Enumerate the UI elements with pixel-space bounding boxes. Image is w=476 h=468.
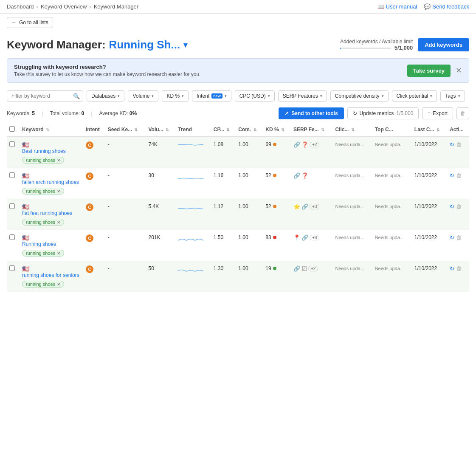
delete-row-button[interactable]: 🗑	[456, 172, 462, 179]
breadcrumb-keyword-overview[interactable]: Keyword Overview	[41, 3, 87, 10]
breadcrumb-keyword-manager: Keyword Manager	[94, 3, 139, 10]
col-clic[interactable]: Clic... ⇅	[332, 123, 372, 137]
keyword-cell: 🇺🇸 running shoes for seniors running sho…	[20, 261, 83, 292]
link-icon: 🔗	[293, 141, 300, 148]
keyword-link[interactable]: Best running shoes	[22, 148, 81, 154]
serp-plus-badge: +8	[310, 235, 319, 240]
table-row: 🇺🇸 running shoes for seniors running sho…	[7, 261, 469, 292]
keyword-link[interactable]: running shoes for seniors	[22, 272, 81, 278]
keyword-link[interactable]: Running shoes	[22, 241, 81, 247]
seed-cell: -	[105, 199, 146, 230]
col-last-c[interactable]: Last C... ⇅	[412, 123, 447, 137]
row-checkbox[interactable]	[9, 172, 15, 178]
take-survey-button[interactable]: Take survey	[407, 65, 451, 77]
col-seed[interactable]: Seed Ke... ⇅	[105, 123, 146, 137]
row-checkbox[interactable]	[9, 203, 15, 209]
keyword-link[interactable]: flat feet running shoes	[22, 210, 81, 216]
col-volume[interactable]: Volu... ⇅	[146, 123, 175, 137]
databases-dropdown[interactable]: Databases ▾	[87, 90, 124, 101]
col-com[interactable]: Com. ⇅	[236, 123, 263, 137]
intent-badge: C	[86, 141, 93, 149]
cpc-cell: 1.50	[211, 230, 236, 261]
seed-cell: -	[105, 230, 146, 261]
intent-badge: C	[86, 203, 93, 211]
top-nav: Dashboard › Keyword Overview › Keyword M…	[0, 0, 476, 14]
delete-row-button[interactable]: 🗑	[456, 203, 462, 210]
cpc-dropdown[interactable]: CPC (USD) ▾	[235, 90, 275, 101]
send-feedback-link[interactable]: 💬 Send feedback	[424, 3, 469, 10]
keywords-limit: Added keywords / Available limit 5/1,000	[340, 39, 413, 51]
breadcrumb: Dashboard › Keyword Overview › Keyword M…	[7, 3, 138, 10]
delete-row-button[interactable]: 🗑	[456, 234, 462, 241]
row-checkbox[interactable]	[9, 141, 15, 147]
refresh-row-button[interactable]: ↻	[450, 172, 454, 179]
tag-remove-icon[interactable]: ✕	[57, 220, 60, 225]
dropdown-chevron-icon[interactable]: ▾	[183, 40, 187, 50]
user-manual-link[interactable]: 📖 User manual	[377, 3, 417, 10]
trend-cell	[175, 137, 211, 168]
breadcrumb-dashboard[interactable]: Dashboard	[7, 3, 34, 10]
average-kd: Average KD: 0%	[99, 110, 137, 116]
actions-cell: ↻ 🗑	[447, 168, 469, 199]
kd-dot	[273, 174, 276, 177]
keyword-cell: 🇺🇸 fallen arch running shoes running sho…	[20, 168, 83, 199]
col-kd[interactable]: KD % ⇅	[263, 123, 291, 137]
add-keywords-button[interactable]: Add keywords	[418, 38, 469, 51]
last-c-cell: 1/10/2022	[412, 230, 447, 261]
click-potential-dropdown[interactable]: Click potential ▾	[392, 90, 437, 101]
tags-dropdown[interactable]: Tags ▾	[440, 90, 465, 101]
delete-row-button[interactable]: 🗑	[456, 141, 462, 148]
actions-cell: ↻ 🗑	[447, 137, 469, 168]
tag-remove-icon[interactable]: ✕	[57, 282, 60, 287]
competitive-density-dropdown[interactable]: Competitive density ▾	[330, 90, 389, 101]
go-to-all-lists-button[interactable]: ← Go to all lists	[7, 17, 53, 28]
kd-dot	[273, 143, 276, 146]
clic-cell: Needs upda...	[332, 137, 372, 168]
top-c-cell: Needs upda...	[372, 137, 412, 168]
select-all-checkbox[interactable]	[9, 126, 15, 132]
close-banner-button[interactable]: ✕	[456, 67, 462, 74]
survey-banner-right: Take survey ✕	[407, 65, 462, 77]
row-checkbox-cell	[7, 230, 20, 261]
chevron-down-icon: ▾	[225, 94, 227, 98]
intent-dropdown[interactable]: Intent new ▾	[192, 90, 231, 101]
col-intent[interactable]: Intent	[83, 123, 105, 137]
keyword-link[interactable]: fallen arch running shoes	[22, 179, 81, 185]
kd-dot	[273, 236, 276, 239]
go-back-bar: ← Go to all lists	[0, 14, 476, 31]
export-button[interactable]: ↑ Export	[422, 107, 453, 119]
filter-keyword-input[interactable]	[7, 90, 83, 101]
chevron-down-icon: ▾	[118, 94, 120, 98]
tag-remove-icon[interactable]: ✕	[57, 158, 60, 163]
col-keyword[interactable]: Keyword ⇅	[20, 123, 83, 137]
row-checkbox[interactable]	[9, 234, 15, 240]
update-metrics-button[interactable]: ↻ Update metrics 1/5,000	[347, 107, 419, 119]
keywords-table: Keyword ⇅ Intent Seed Ke... ⇅ Volu... ⇅ …	[7, 123, 469, 292]
kd-cell: 83	[263, 230, 291, 261]
intent-badge: C	[86, 172, 93, 180]
col-trend: Trend	[175, 123, 211, 137]
cpc-cell: 1.16	[211, 168, 236, 199]
volume-dropdown[interactable]: Volume ▾	[128, 90, 158, 101]
serp-features-dropdown[interactable]: SERP Features ▾	[278, 90, 327, 101]
tag-remove-icon[interactable]: ✕	[57, 189, 60, 194]
refresh-row-button[interactable]: ↻	[450, 234, 454, 241]
page-header-right: Added keywords / Available limit 5/1,000…	[340, 38, 469, 51]
actions-cell: ↻ 🗑	[447, 199, 469, 230]
col-cpc[interactable]: CP... ⇅	[211, 123, 236, 137]
row-checkbox[interactable]	[9, 265, 15, 271]
row-checkbox-cell	[7, 137, 20, 168]
delete-row-button[interactable]: 🗑	[456, 265, 462, 272]
serp-plus-badge: +2	[310, 142, 319, 147]
kd-dropdown[interactable]: KD % ▾	[162, 90, 189, 101]
col-serp[interactable]: SERP Fe... ⇅	[291, 123, 333, 137]
refresh-row-button[interactable]: ↻	[450, 265, 454, 272]
refresh-row-button[interactable]: ↻	[450, 141, 454, 148]
delete-button[interactable]: 🗑	[456, 107, 469, 119]
com-cell: 1.00	[236, 261, 263, 292]
tag-remove-icon[interactable]: ✕	[57, 251, 60, 256]
send-to-other-tools-button[interactable]: ↗ Send to other tools	[279, 107, 344, 119]
refresh-icon: ↻	[353, 110, 357, 116]
intent-badge: C	[86, 265, 93, 273]
refresh-row-button[interactable]: ↻	[450, 203, 454, 210]
